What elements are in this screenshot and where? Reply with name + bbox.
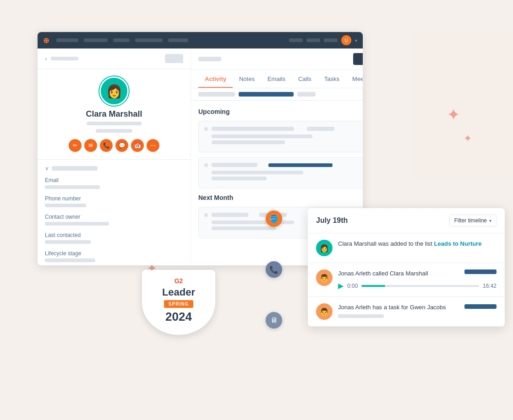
chat-icon-btn[interactable]: 💬 xyxy=(115,139,128,152)
nav-right-bar-1 xyxy=(289,38,303,42)
activity-title-bar-1b xyxy=(307,127,334,131)
nav-chevron[interactable]: ▾ xyxy=(355,38,357,43)
tab-tasks[interactable]: Tasks xyxy=(318,70,346,88)
tab-emails[interactable]: Emails xyxy=(261,70,292,88)
task-badge xyxy=(464,304,497,309)
activity-item-1 xyxy=(198,121,363,152)
crm-sidebar: ‹ 👩 Clara Marshall ✏ ✉ 📞 💬 📅 ⋯ xyxy=(38,48,191,265)
crm-action-bar xyxy=(191,48,363,70)
crm-navbar: ⊕ U ▾ xyxy=(38,32,363,48)
timeline-text-before-1: Clara Marshall was added to the list xyxy=(338,240,434,247)
activity-title-bar-1 xyxy=(212,127,294,131)
phone-label: Phone number xyxy=(45,195,183,202)
property-phone: Phone number xyxy=(45,195,183,207)
activity-title-bar-3 xyxy=(212,213,248,217)
property-email: Email xyxy=(45,177,183,189)
calendar-icon-btn[interactable]: 📅 xyxy=(131,139,144,152)
property-last-contacted: Last contacted xyxy=(45,232,183,244)
nav-item-4[interactable] xyxy=(135,38,163,42)
phone-icon-btn[interactable]: 📞 xyxy=(100,139,113,152)
activity-dot-1 xyxy=(204,127,208,131)
connector-dot-call: 📞 xyxy=(266,261,282,278)
log-activity-btn[interactable] xyxy=(353,53,363,65)
contact-subtitle-1 xyxy=(87,122,142,125)
g2-spring-badge: SPRING xyxy=(164,300,193,308)
call-badge xyxy=(464,269,497,274)
tab-meetings[interactable]: Meetings xyxy=(346,70,363,88)
g2-leader-label: Leader xyxy=(151,286,206,298)
next-month-section-title: Next Month xyxy=(198,194,363,201)
contact-name: Clara Marshall xyxy=(86,109,142,119)
timeline-content-2: Jonas Arleth called Clara Marshall ▶ 0:0… xyxy=(338,269,497,290)
g2-shield: G2 Leader SPRING 2024 xyxy=(142,270,215,335)
g2-year: 2024 xyxy=(151,310,206,324)
filter-timeline-btn[interactable]: Filter timeline ▾ xyxy=(449,215,497,226)
tab-notes[interactable]: Notes xyxy=(233,70,261,88)
timeline-text-3: Jonas Arleth has a task for Gwen Jacobs xyxy=(338,303,446,312)
last-contacted-label: Last contacted xyxy=(45,232,183,238)
activity-line-2 xyxy=(212,140,285,144)
back-arrow-icon[interactable]: ‹ xyxy=(45,55,47,62)
activity-dot-2 xyxy=(204,163,208,167)
last-contacted-value-bar xyxy=(45,240,91,244)
audio-progress-fill xyxy=(361,285,385,287)
phone-value-bar xyxy=(45,204,86,207)
filter-seg-3 xyxy=(297,92,316,97)
sidebar-action-bar[interactable] xyxy=(165,54,183,63)
sidebar-header: ‹ xyxy=(38,48,191,69)
edit-icon-btn[interactable]: ✏ xyxy=(69,139,82,152)
property-lifecycle: Lifecycle stage xyxy=(45,250,183,262)
g2-logo-icon: G2 xyxy=(151,277,206,285)
audio-progress-bar[interactable] xyxy=(361,285,479,287)
audio-start-time: 0:00 xyxy=(347,283,358,289)
nav-item-1[interactable] xyxy=(56,38,78,42)
connector-dot-list: 🪣 xyxy=(266,210,282,227)
audio-end-time: 16:42 xyxy=(483,283,497,289)
activity-item-1-header xyxy=(204,127,363,131)
properties-section: ∨ Email Phone number Contact owner Last … xyxy=(38,160,191,265)
more-icon-btn[interactable]: ⋯ xyxy=(147,139,159,152)
audio-player[interactable]: ▶ 0:00 16:42 xyxy=(338,281,497,290)
breadcrumb-bar xyxy=(51,57,78,60)
contact-info-section: 👩 Clara Marshall ✏ ✉ 📞 💬 📅 ⋯ xyxy=(38,69,191,160)
timeline-panel: July 19th Filter timeline ▾ 👩 Clara Mars… xyxy=(308,208,505,327)
nav-item-2[interactable] xyxy=(84,38,108,42)
tab-calls[interactable]: Calls xyxy=(292,70,318,88)
contact-avatar: 👩 xyxy=(99,76,129,106)
chevron-icon: ∨ xyxy=(45,165,49,172)
connector-dots: 🪣 📞 🖥 xyxy=(266,210,282,328)
activity-item-2-header xyxy=(204,163,363,167)
timeline-content-1: Clara Marshall was added to the list Lea… xyxy=(338,240,497,248)
contact-subtitle-2 xyxy=(96,129,132,133)
timeline-link-1[interactable]: Leads to Nurture xyxy=(434,240,482,247)
g2-badge: G2 Leader SPRING 2024 xyxy=(142,270,215,335)
activity-filter-bar xyxy=(191,88,363,101)
timeline-header: July 19th Filter timeline ▾ xyxy=(308,208,505,233)
activity-dot-3 xyxy=(204,213,208,217)
email-icon-btn[interactable]: ✉ xyxy=(84,139,97,152)
action-bar-seg-1 xyxy=(198,57,221,61)
task-subbar xyxy=(338,314,384,318)
timeline-avatar-2: 👨 xyxy=(316,269,333,286)
timeline-avatar-1: 👩 xyxy=(316,240,333,256)
properties-title-bar xyxy=(52,166,98,171)
email-label: Email xyxy=(45,177,183,183)
lifecycle-value-bar xyxy=(45,258,95,262)
play-icon[interactable]: ▶ xyxy=(338,281,344,290)
properties-header: ∨ xyxy=(45,165,183,172)
nav-avatar[interactable]: U xyxy=(341,35,351,45)
tl-row-2: Jonas Arleth called Clara Marshall xyxy=(338,269,497,278)
sparkle-large-icon: ✦ xyxy=(447,105,460,124)
email-value-bar xyxy=(45,185,100,189)
timeline-text-1: Clara Marshall was added to the list Lea… xyxy=(338,240,497,248)
hubspot-logo: ⊕ xyxy=(43,36,49,45)
timeline-item-task: 👨 Jonas Arleth has a task for Gwen Jacob… xyxy=(308,297,505,327)
sparkle-small-icon: ✦ xyxy=(464,133,472,145)
tab-activity[interactable]: Activity xyxy=(198,70,233,88)
nav-item-5[interactable] xyxy=(168,38,188,42)
filter-seg-2 xyxy=(239,92,294,97)
nav-item-3[interactable] xyxy=(113,38,130,42)
nav-right-bar-3 xyxy=(324,38,338,42)
crm-tabs: Activity Notes Emails Calls Tasks Meetin… xyxy=(191,70,363,88)
activity-accent-bar xyxy=(268,163,333,167)
